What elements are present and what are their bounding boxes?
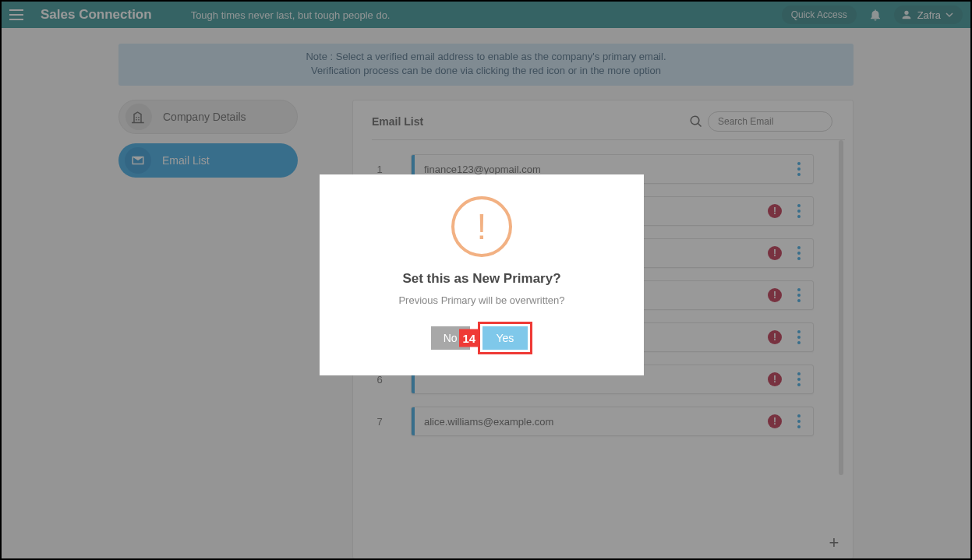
yes-button[interactable]: Yes [482, 326, 528, 350]
modal-subtitle: Previous Primary will be overwritten? [398, 294, 564, 306]
confirm-modal: ! Set this as New Primary? Previous Prim… [320, 174, 644, 375]
step-badge: 14 [459, 329, 480, 347]
app-frame: Sales Connection Tough times never last,… [0, 0, 972, 560]
modal-title: Set this as New Primary? [402, 271, 560, 287]
warning-icon: ! [451, 196, 512, 257]
yes-highlight: 14 Yes [478, 322, 533, 354]
modal-buttons: No 14 Yes [431, 322, 533, 354]
